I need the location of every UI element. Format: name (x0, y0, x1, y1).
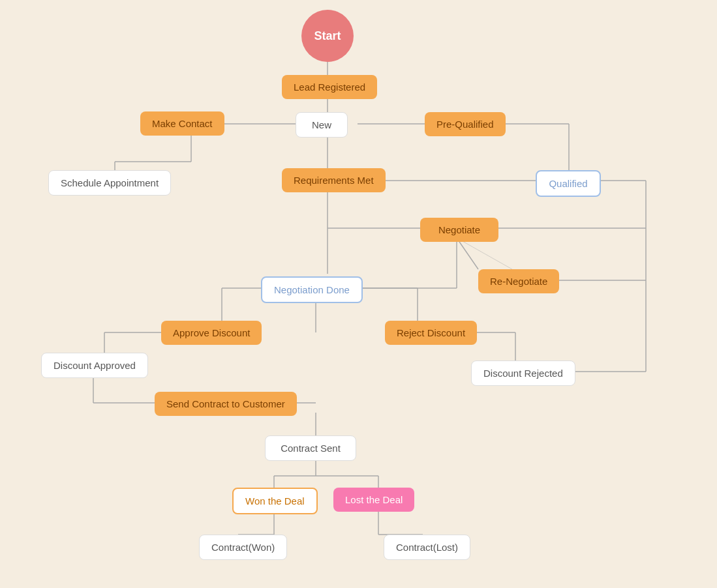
contract-lost-node[interactable]: Contract(Lost) (384, 535, 470, 560)
discount-rejected-node[interactable]: Discount Rejected (471, 360, 575, 386)
make-contact-node[interactable]: Make Contact (140, 111, 224, 136)
qualified-node[interactable]: Qualified (536, 170, 601, 197)
flowchart-diagram: Start Lead Registered Make Contact New P… (0, 0, 717, 588)
negotiate-node[interactable]: Negotiate (420, 218, 498, 242)
reject-discount-node[interactable]: Reject Discount (385, 321, 477, 345)
won-deal-node[interactable]: Won the Deal (232, 488, 318, 514)
new-node[interactable]: New (296, 112, 348, 138)
start-node[interactable]: Start (301, 10, 354, 62)
svg-line-18 (457, 238, 512, 269)
re-negotiate-node[interactable]: Re-Negotiate (478, 269, 559, 293)
svg-line-19 (457, 238, 478, 269)
lead-registered-node[interactable]: Lead Registered (282, 75, 377, 99)
contract-won-node[interactable]: Contract(Won) (199, 535, 287, 560)
discount-approved-node[interactable]: Discount Approved (41, 353, 148, 378)
lost-deal-node[interactable]: Lost the Deal (333, 488, 414, 512)
pre-qualified-node[interactable]: Pre-Qualified (425, 112, 506, 136)
contract-sent-node[interactable]: Contract Sent (265, 435, 356, 461)
requirements-met-node[interactable]: Requirements Met (282, 168, 386, 192)
schedule-appointment-node[interactable]: Schedule Appointment (48, 170, 171, 196)
negotiation-done-node[interactable]: Negotiation Done (261, 276, 363, 303)
approve-discount-node[interactable]: Approve Discount (161, 321, 262, 345)
send-contract-node[interactable]: Send Contract to Customer (155, 392, 297, 416)
